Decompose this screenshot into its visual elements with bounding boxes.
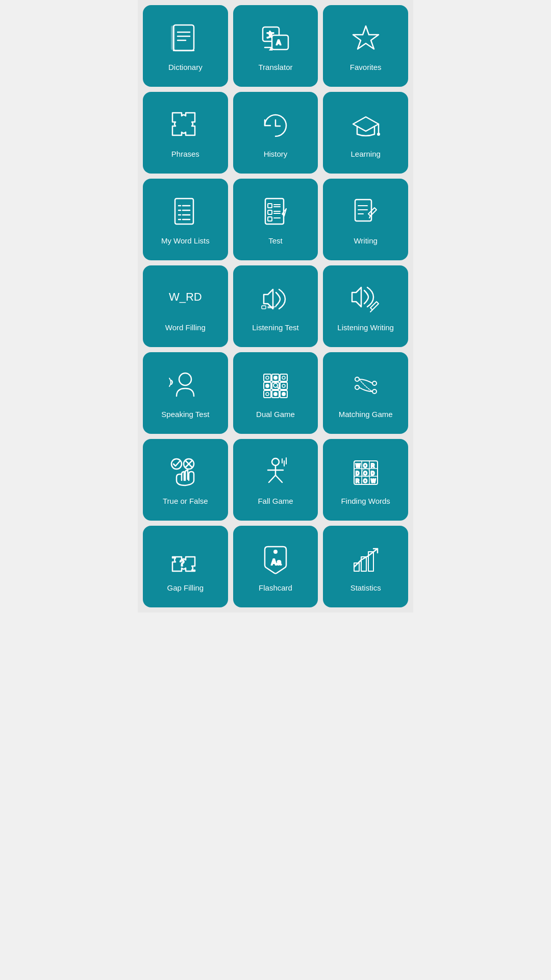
svg-line-77 — [269, 475, 276, 482]
svg-line-45 — [370, 310, 372, 312]
tile-favorites[interactable]: Favorites — [323, 5, 408, 87]
svg-point-98 — [274, 550, 277, 553]
svg-rect-60 — [264, 390, 271, 398]
tile-finding-words[interactable]: W O R D O D R O W Finding Words — [323, 439, 408, 521]
svg-rect-16 — [175, 199, 193, 224]
tile-translator[interactable]: 文 A Translator — [233, 5, 318, 87]
dual-game-icon — [258, 368, 293, 404]
svg-point-46 — [179, 373, 191, 385]
true-or-false-label: True or False — [163, 497, 208, 506]
matching-game-label: Matching Game — [339, 410, 393, 419]
tile-flashcard[interactable]: Aa Flashcard — [233, 526, 318, 607]
tile-fall-game[interactable]: Fall Game — [233, 439, 318, 521]
history-icon — [258, 108, 293, 143]
tile-my-word-lists[interactable]: My Word Lists — [143, 179, 228, 260]
favorites-icon — [348, 21, 384, 57]
svg-point-74 — [272, 458, 279, 465]
svg-text:D: D — [356, 471, 359, 476]
svg-point-69 — [372, 389, 377, 394]
svg-point-15 — [378, 133, 380, 135]
svg-point-50 — [274, 376, 277, 379]
svg-text:O: O — [363, 471, 367, 476]
svg-rect-26 — [268, 204, 272, 208]
svg-point-48 — [266, 376, 269, 379]
tile-true-or-false[interactable]: True or False — [143, 439, 228, 521]
app-container: Dictionary 文 A Translator — [138, 0, 413, 612]
translator-label: Translator — [259, 63, 293, 72]
svg-rect-32 — [268, 217, 272, 221]
svg-rect-42 — [262, 306, 266, 309]
svg-point-66 — [355, 377, 359, 381]
flashcard-label: Flashcard — [259, 583, 292, 593]
svg-point-68 — [372, 381, 377, 385]
tile-listening-writing[interactable]: Listening Writing — [323, 265, 408, 347]
svg-point-65 — [282, 393, 285, 396]
svg-rect-51 — [280, 374, 287, 381]
svg-text:?: ? — [180, 559, 185, 568]
tile-dual-game[interactable]: Dual Game — [233, 352, 318, 434]
svg-line-78 — [276, 475, 282, 482]
dictionary-label: Dictionary — [168, 63, 203, 72]
svg-rect-29 — [268, 210, 272, 214]
tile-statistics[interactable]: Statistics — [323, 526, 408, 607]
phrases-label: Phrases — [171, 150, 199, 159]
writing-icon — [348, 194, 384, 230]
tile-matching-game[interactable]: Matching Game — [323, 352, 408, 434]
translator-icon: 文 A — [258, 21, 293, 57]
tile-learning[interactable]: Learning — [323, 92, 408, 174]
matching-game-icon — [348, 368, 384, 404]
tile-word-filling[interactable]: W_RD Word Filling — [143, 265, 228, 347]
statistics-label: Statistics — [350, 583, 381, 593]
svg-rect-58 — [280, 382, 287, 389]
my-word-lists-icon — [167, 194, 203, 230]
svg-point-61 — [266, 393, 269, 396]
learning-label: Learning — [350, 150, 380, 159]
svg-text:D: D — [371, 471, 374, 476]
speaking-test-label: Speaking Test — [161, 410, 209, 419]
listening-writing-icon — [348, 281, 384, 317]
test-label: Test — [268, 236, 283, 246]
tile-writing[interactable]: Writing — [323, 179, 408, 260]
tiles-grid: Dictionary 文 A Translator — [143, 5, 408, 607]
svg-point-54 — [266, 384, 269, 387]
tile-dictionary[interactable]: Dictionary — [143, 5, 228, 87]
word-filling-icon: W_RD — [167, 281, 203, 317]
test-icon — [258, 194, 293, 230]
tile-gap-filling[interactable]: ? Gap Filling — [143, 526, 228, 607]
svg-point-63 — [274, 393, 277, 396]
svg-point-52 — [282, 376, 285, 379]
svg-text:A: A — [276, 38, 281, 46]
favorites-label: Favorites — [350, 63, 382, 72]
tile-speaking-test[interactable]: Speaking Test — [143, 352, 228, 434]
dual-game-label: Dual Game — [256, 410, 295, 419]
learning-icon — [348, 108, 384, 143]
svg-marker-11 — [353, 26, 379, 49]
speaking-test-icon — [167, 368, 203, 404]
finding-words-label: Finding Words — [341, 497, 390, 506]
svg-point-59 — [282, 384, 285, 387]
svg-text:Aa: Aa — [271, 558, 282, 567]
listening-test-icon — [258, 281, 293, 317]
tile-phrases[interactable]: Phrases — [143, 92, 228, 174]
finding-words-icon: W O R D O D R O W — [348, 455, 384, 491]
svg-text:O: O — [363, 463, 367, 469]
tile-test[interactable]: Test — [233, 179, 318, 260]
tile-history[interactable]: History — [233, 92, 318, 174]
svg-rect-47 — [264, 374, 271, 381]
word-filling-text: W_RD — [169, 290, 202, 304]
svg-text:W: W — [356, 463, 361, 469]
svg-text:R: R — [356, 478, 360, 484]
tile-listening-test[interactable]: Listening Test — [233, 265, 318, 347]
gap-filling-icon: ? — [167, 542, 203, 577]
listening-test-label: Listening Test — [252, 323, 298, 332]
phrases-icon — [167, 108, 203, 143]
dictionary-icon — [167, 21, 203, 57]
history-label: History — [264, 150, 288, 159]
fall-game-icon — [258, 455, 293, 491]
svg-text:O: O — [363, 478, 367, 484]
svg-text:R: R — [371, 463, 375, 469]
word-filling-label: Word Filling — [165, 323, 206, 332]
flashcard-icon: Aa — [258, 542, 293, 577]
svg-line-41 — [369, 216, 370, 218]
svg-rect-2 — [171, 26, 174, 50]
